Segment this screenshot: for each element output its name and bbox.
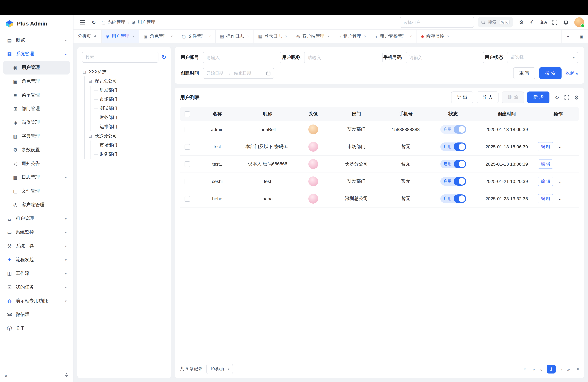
- tree-refresh-icon[interactable]: ↻: [162, 54, 167, 61]
- row-checkbox[interactable]: [184, 144, 190, 150]
- next-page-icon[interactable]: ›: [561, 366, 562, 372]
- tree-node[interactable]: 市场部门: [94, 141, 166, 150]
- row-delete-button[interactable]: 删 除: [557, 194, 573, 203]
- sidebar-item[interactable]: ⌂ 租户管理 ▾: [3, 212, 70, 226]
- edit-button[interactable]: 编 辑: [538, 142, 554, 151]
- tenant-select-input[interactable]: [400, 17, 474, 28]
- tree-node[interactable]: 运维部门: [94, 122, 166, 131]
- sidebar-item[interactable]: ◫ 工作流 ▾: [3, 267, 70, 280]
- tree-search-input[interactable]: [82, 52, 158, 63]
- tree-collapse-icon[interactable]: ⊟: [88, 79, 93, 84]
- export-button[interactable]: 导 出: [451, 91, 473, 103]
- menu-toggle-button[interactable]: [77, 17, 88, 27]
- more-button[interactable]: 更多: [577, 196, 579, 201]
- refresh-button[interactable]: ↻: [88, 17, 99, 27]
- row-delete-button[interactable]: 删 除: [557, 142, 573, 151]
- tab[interactable]: ▩ 登录日志 ×: [254, 30, 292, 43]
- current-page[interactable]: 1: [547, 364, 556, 373]
- more-button[interactable]: 更多: [577, 179, 579, 184]
- sidebar-item[interactable]: ⚒ 系统工具 ▾: [3, 239, 70, 253]
- phone-input[interactable]: [406, 52, 484, 64]
- tab[interactable]: ⌂ 租户管理 ×: [334, 30, 371, 43]
- more-button[interactable]: 更多: [577, 144, 579, 149]
- sidebar-item[interactable]: ▧ 日志管理 ▾: [3, 170, 70, 184]
- pin-icon[interactable]: [64, 373, 69, 377]
- tab-close-icon[interactable]: ×: [364, 34, 367, 39]
- next-pages-icon[interactable]: »: [567, 366, 570, 372]
- user-avatar[interactable]: [574, 17, 584, 27]
- row-delete-button[interactable]: 删 除: [557, 159, 573, 169]
- tab[interactable]: ◐ 租户套餐管理 ×: [371, 30, 417, 43]
- row-checkbox[interactable]: [184, 196, 190, 202]
- sidebar-item[interactable]: ⊞ 部门管理: [3, 102, 70, 116]
- more-button[interactable]: 更多: [577, 162, 579, 166]
- tree-collapse-icon[interactable]: ⊟: [88, 133, 93, 138]
- sidebar-item[interactable]: ▤ 概览 ▾: [3, 33, 70, 47]
- tab-close-icon[interactable]: ×: [447, 34, 449, 39]
- status-toggle[interactable]: 启用: [440, 160, 466, 168]
- notifications-icon[interactable]: [561, 17, 571, 27]
- status-toggle[interactable]: 启用: [440, 194, 466, 203]
- first-page-icon[interactable]: ⇤: [524, 366, 528, 372]
- sidebar-item[interactable]: ▦ 系统管理 ▴: [3, 47, 70, 61]
- prev-page-icon[interactable]: ‹: [540, 366, 542, 372]
- language-icon[interactable]: 文A: [538, 17, 549, 27]
- sidebar-collapse-button[interactable]: «: [5, 372, 7, 378]
- sidebar-item[interactable]: ✦ 流程发起 ▾: [3, 253, 70, 267]
- tab-close-icon[interactable]: ×: [285, 34, 288, 39]
- breadcrumb-item[interactable]: ◉ 用户管理: [132, 19, 155, 25]
- row-checkbox[interactable]: [184, 127, 190, 132]
- tree-node[interactable]: 财务部门: [94, 113, 166, 122]
- select-all-checkbox[interactable]: [184, 111, 190, 117]
- sidebar-item[interactable]: ◍ 演示站专用功能 ▾: [3, 294, 70, 308]
- edit-button[interactable]: 编 辑: [538, 177, 554, 186]
- breadcrumb-item[interactable]: ▢ 系统管理: [102, 19, 125, 25]
- table-fullscreen-icon[interactable]: [564, 95, 569, 100]
- tab[interactable]: ◉ 用户管理 ×: [102, 30, 139, 43]
- fullscreen-icon[interactable]: [549, 17, 560, 27]
- sidebar-item[interactable]: ◉ 用户管理: [3, 61, 70, 75]
- tab-list-dropdown[interactable]: ▾: [561, 30, 575, 43]
- tree-node[interactable]: 测试部门: [94, 104, 166, 113]
- sidebar-item[interactable]: ≡ 菜单管理: [3, 88, 70, 102]
- tab-close-icon[interactable]: ×: [209, 34, 211, 39]
- row-checkbox[interactable]: [184, 179, 190, 184]
- tab[interactable]: ▦ 操作日志 ×: [216, 30, 254, 43]
- tab[interactable]: 分析页: [74, 30, 102, 43]
- reset-button[interactable]: 重 置: [513, 67, 535, 79]
- sidebar-item[interactable]: ☑ 我的任务 ▾: [3, 280, 70, 294]
- collapse-filter-link[interactable]: 收起 ∧: [566, 70, 578, 76]
- tree-node[interactable]: ⊟XXX科技: [82, 67, 166, 76]
- row-checkbox[interactable]: [184, 161, 190, 167]
- tab-close-icon[interactable]: ×: [327, 34, 330, 39]
- import-button[interactable]: 导 入: [476, 91, 499, 103]
- prev-pages-icon[interactable]: «: [533, 366, 535, 372]
- sidebar-item[interactable]: ▭ 系统监控 ▾: [3, 226, 70, 239]
- tab[interactable]: ◎ 客户端管理 ×: [292, 30, 334, 43]
- status-toggle[interactable]: 启用: [440, 177, 466, 186]
- row-delete-button[interactable]: 删 除: [557, 177, 573, 186]
- search-button[interactable]: 搜 索: [539, 67, 562, 79]
- delete-button[interactable]: 删 除: [502, 91, 524, 103]
- tab[interactable]: ◆ 缓存监控 ×: [417, 30, 454, 43]
- tree-collapse-icon[interactable]: ⊟: [82, 69, 87, 74]
- settings-icon[interactable]: ⚙: [516, 17, 526, 27]
- table-refresh-icon[interactable]: ↻: [555, 94, 559, 101]
- nickname-input[interactable]: [304, 52, 383, 64]
- sidebar-item[interactable]: ◁ 通知公告: [3, 157, 70, 170]
- tab-close-icon[interactable]: ×: [410, 34, 412, 39]
- tab[interactable]: ▢ 文件管理 ×: [178, 30, 216, 43]
- page-size-select[interactable]: 10条/页 ▾: [207, 364, 233, 374]
- sidebar-item[interactable]: ▣ 角色管理: [3, 75, 70, 88]
- sidebar-item[interactable]: ☎ 微信群: [3, 308, 70, 321]
- tree-node[interactable]: ⊟长沙分公司: [88, 131, 166, 141]
- tab-close-icon[interactable]: ×: [170, 34, 173, 39]
- tab-layout-icon[interactable]: ▣: [575, 30, 588, 43]
- column-settings-icon[interactable]: ⚙: [574, 94, 579, 101]
- date-range-picker[interactable]: 开始日期 → 结束日期: [203, 68, 274, 79]
- sidebar-item[interactable]: ◈ 岗位管理: [3, 116, 70, 129]
- tab-close-icon[interactable]: ×: [247, 34, 249, 39]
- tab-close-icon[interactable]: ×: [132, 34, 135, 39]
- sidebar-item[interactable]: ▢ 文件管理: [3, 184, 70, 198]
- tab[interactable]: ▣ 角色管理 ×: [139, 30, 178, 43]
